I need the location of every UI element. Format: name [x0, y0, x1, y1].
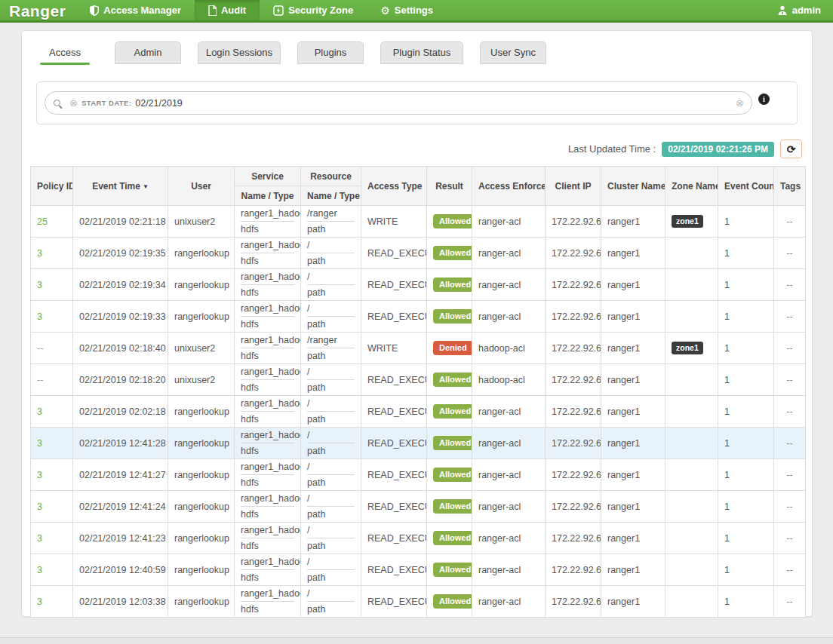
tab-login-sessions[interactable]: Login Sessions: [198, 41, 281, 64]
event-time-cell: 02/21/2019 02:18:20 PM: [73, 364, 168, 396]
audit-log-table: Policy ID Event Time▼ User Service Resou…: [30, 166, 806, 618]
result-badge: Allowed: [433, 531, 472, 545]
event-count-cell: 1: [718, 333, 774, 364]
result-badge: Allowed: [433, 563, 472, 577]
table-row: 302/21/2019 12:03:38 PMrangerlookuprange…: [31, 586, 806, 618]
user-cell: rangerlookup: [168, 428, 235, 459]
policy-id-link[interactable]: 3: [37, 280, 42, 290]
access-enforcer-cell: ranger-acl: [472, 491, 546, 523]
policy-id-link[interactable]: 3: [37, 311, 42, 322]
policy-id-link[interactable]: 25: [37, 216, 48, 227]
policy-id-link[interactable]: 3: [37, 406, 42, 417]
policy-id-cell: --: [31, 333, 73, 364]
policy-id-link[interactable]: 3: [37, 533, 42, 544]
user-menu[interactable]: admin: [765, 0, 833, 20]
resource-type: path: [307, 287, 355, 298]
resource-name: /ranger: [307, 208, 355, 222]
col-event-count: Event Count: [718, 167, 774, 206]
event-time-cell: 02/21/2019 12:40:59 PM: [73, 554, 168, 586]
col-client-ip: Client IP: [546, 167, 601, 206]
event-count-cell: 1: [718, 206, 774, 238]
refresh-button[interactable]: ⟳: [780, 140, 802, 158]
page-footer: [0, 637, 833, 644]
policy-id-link[interactable]: 3: [37, 596, 42, 607]
nav-item-security-zone[interactable]: Security Zone: [260, 0, 367, 20]
tab-plugins[interactable]: Plugins: [297, 41, 364, 64]
result-cell: Allowed: [427, 269, 472, 301]
access-type-cell: READ_EXECUTE: [361, 301, 427, 333]
nav-item-audit[interactable]: Audit: [195, 0, 260, 20]
access-type-cell: READ_EXECUTE: [361, 269, 427, 301]
client-ip-cell: 172.22.92.62: [546, 238, 601, 269]
access-enforcer-cell: hadoop-acl: [472, 364, 546, 396]
client-ip-cell: 172.22.92.62: [546, 459, 601, 491]
col-event-time[interactable]: Event Time▼: [73, 167, 168, 206]
result-badge: Allowed: [433, 309, 472, 324]
filter-value: 02/21/2019: [135, 98, 183, 109]
cluster-name-cell: ranger1: [601, 586, 665, 618]
policy-id-link[interactable]: 3: [37, 470, 42, 480]
remove-filter-icon[interactable]: ⊗: [69, 98, 78, 108]
user-cell: rangerlookup: [168, 459, 235, 491]
search-icon: [54, 100, 60, 106]
user-cell: unixuser2: [168, 206, 235, 238]
resource-cell: /path: [301, 554, 361, 586]
tab-admin[interactable]: Admin: [115, 41, 181, 64]
access-enforcer-cell: ranger-acl: [472, 206, 546, 238]
resource-cell: /path: [301, 491, 361, 523]
result-badge: Allowed: [433, 214, 472, 228]
zone-name-cell: [665, 364, 718, 396]
ranger-logo[interactable]: Ranger: [0, 0, 76, 20]
search-input[interactable]: ⊗ START DATE: 02/21/2019 ⊗: [45, 91, 752, 115]
col-tags: Tags: [774, 167, 806, 206]
result-badge: Allowed: [433, 594, 472, 609]
event-count-cell: 1: [718, 301, 774, 333]
result-cell: Allowed: [427, 301, 472, 333]
policy-id-link[interactable]: 3: [37, 565, 42, 575]
result-badge: Allowed: [433, 246, 472, 260]
tab-access[interactable]: Access: [32, 41, 98, 64]
event-count-cell: 1: [718, 491, 774, 523]
nav-item-label: Audit: [221, 5, 246, 16]
table-row: 302/21/2019 12:41:27 PMrangerlookuprange…: [31, 459, 806, 491]
audit-table-body: 2502/21/2019 02:21:18 PMunixuser2ranger1…: [31, 206, 806, 618]
resource-cell: /path: [301, 396, 361, 428]
main-menu: Access Manager Audit Security Zone ⚙ Set…: [76, 0, 447, 20]
zone-name-cell: [665, 238, 718, 269]
zone-name-cell: [665, 459, 718, 491]
event-time-cell: 02/21/2019 02:02:18 PM: [73, 396, 168, 428]
tab-user-sync[interactable]: User Sync: [480, 41, 546, 64]
info-icon[interactable]: i: [758, 94, 770, 105]
result-cell: Allowed: [427, 364, 472, 396]
resource-type: path: [307, 477, 355, 488]
access-type-cell: READ_EXECUTE: [361, 554, 427, 586]
col-zone-name: Zone Name: [665, 167, 718, 206]
nav-item-settings[interactable]: ⚙ Settings: [367, 0, 447, 20]
tags-cell: --: [774, 269, 806, 301]
user-name: admin: [792, 5, 821, 16]
client-ip-cell: 172.22.92.62: [546, 301, 601, 333]
resource-type: path: [307, 382, 355, 393]
col-service: Service: [235, 167, 301, 186]
tab-plugin-status[interactable]: Plugin Status: [380, 41, 463, 64]
table-row: 302/21/2019 12:41:28 PMrangerlookuprange…: [31, 428, 806, 459]
policy-id-link[interactable]: 3: [37, 501, 42, 512]
access-enforcer-cell: ranger-acl: [472, 428, 546, 459]
clear-search-icon[interactable]: ⊗: [736, 98, 744, 108]
policy-id-cell: 3: [31, 523, 73, 554]
filter-chip-start-date[interactable]: ⊗ START DATE: 02/21/2019: [69, 98, 183, 109]
sort-desc-icon: ▼: [143, 183, 149, 190]
service-name: ranger1_hadoop: [241, 588, 294, 602]
result-cell: Allowed: [427, 396, 472, 428]
nav-item-access-manager[interactable]: Access Manager: [76, 0, 195, 20]
client-ip-cell: 172.22.92.61: [546, 206, 601, 238]
policy-id-link[interactable]: 3: [37, 248, 42, 259]
policy-id-link[interactable]: 3: [37, 438, 42, 449]
event-time-cell: 02/21/2019 12:41:27 PM: [73, 459, 168, 491]
event-time-cell: 02/21/2019 02:18:40 PM: [73, 333, 168, 364]
event-time-cell: 02/21/2019 12:41:28 PM: [73, 428, 168, 459]
resource-name: /: [307, 462, 355, 475]
resource-type: path: [307, 224, 355, 235]
resource-type: path: [307, 351, 355, 361]
cluster-name-cell: ranger1: [601, 206, 665, 238]
